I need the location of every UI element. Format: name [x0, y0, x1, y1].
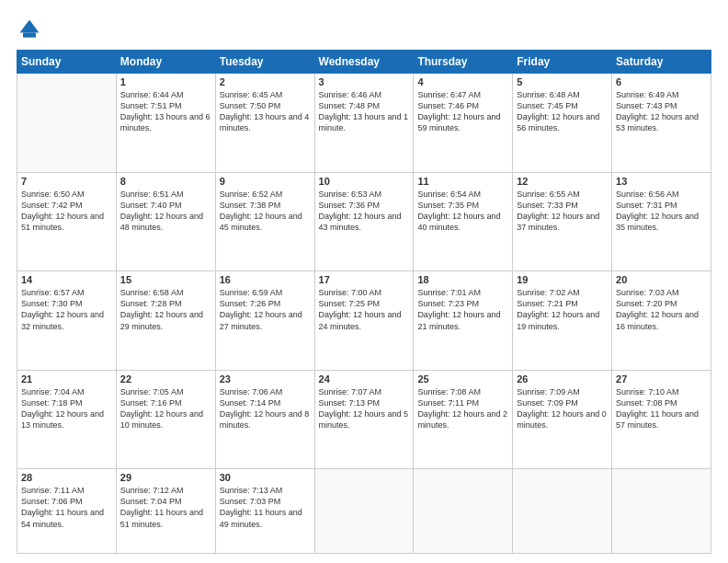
cell-1-4: 11Sunrise: 6:54 AMSunset: 7:35 PMDayligh…: [414, 172, 513, 271]
cell-info: Sunrise: 7:07 AMSunset: 7:13 PMDaylight:…: [319, 386, 410, 431]
svg-marker-0: [20, 20, 40, 33]
cell-2-5: 19Sunrise: 7:02 AMSunset: 7:21 PMDayligh…: [513, 271, 612, 371]
day-number: 8: [120, 176, 211, 187]
cell-1-3: 10Sunrise: 6:53 AMSunset: 7:36 PMDayligh…: [314, 172, 414, 271]
day-number: 30: [220, 472, 311, 483]
day-number: 24: [319, 373, 410, 385]
weekday-sunday: Sunday: [17, 51, 117, 74]
logo-icon: [17, 17, 42, 42]
page: SundayMondayTuesdayWednesdayThursdayFrid…: [0, 0, 728, 563]
cell-0-2: 2Sunrise: 6:45 AMSunset: 7:50 PMDaylight…: [215, 74, 314, 173]
cell-2-0: 14Sunrise: 6:57 AMSunset: 7:30 PMDayligh…: [17, 271, 117, 371]
day-number: 16: [220, 274, 311, 285]
day-number: 21: [21, 373, 112, 385]
day-number: 5: [517, 76, 608, 87]
day-number: 20: [616, 274, 707, 285]
cell-3-5: 26Sunrise: 7:09 AMSunset: 7:09 PMDayligh…: [513, 370, 612, 469]
day-number: 19: [517, 274, 608, 285]
cell-1-2: 9Sunrise: 6:52 AMSunset: 7:38 PMDaylight…: [215, 172, 314, 271]
cell-info: Sunrise: 7:09 AMSunset: 7:09 PMDaylight:…: [517, 386, 608, 431]
cell-info: Sunrise: 6:57 AMSunset: 7:30 PMDaylight:…: [21, 287, 112, 332]
weekday-friday: Friday: [513, 51, 612, 74]
header: [17, 17, 711, 42]
weekday-tuesday: Tuesday: [215, 51, 314, 74]
week-row-1: 1Sunrise: 6:44 AMSunset: 7:51 PMDaylight…: [17, 74, 711, 173]
week-row-3: 14Sunrise: 6:57 AMSunset: 7:30 PMDayligh…: [17, 271, 711, 371]
cell-2-2: 16Sunrise: 6:59 AMSunset: 7:26 PMDayligh…: [215, 271, 314, 371]
logo: [17, 17, 46, 42]
cell-info: Sunrise: 7:08 AMSunset: 7:11 PMDaylight:…: [417, 386, 508, 431]
cell-info: Sunrise: 7:05 AMSunset: 7:16 PMDaylight:…: [120, 386, 211, 431]
cell-info: Sunrise: 7:06 AMSunset: 7:14 PMDaylight:…: [220, 386, 311, 431]
cell-info: Sunrise: 6:49 AMSunset: 7:43 PMDaylight:…: [616, 89, 707, 134]
cell-info: Sunrise: 7:03 AMSunset: 7:20 PMDaylight:…: [616, 287, 707, 332]
day-number: 6: [616, 76, 707, 87]
cell-info: Sunrise: 7:01 AMSunset: 7:23 PMDaylight:…: [417, 287, 508, 332]
day-number: 12: [517, 176, 608, 187]
cell-info: Sunrise: 6:48 AMSunset: 7:45 PMDaylight:…: [517, 89, 608, 134]
cell-0-6: 6Sunrise: 6:49 AMSunset: 7:43 PMDaylight…: [612, 74, 711, 173]
weekday-saturday: Saturday: [612, 51, 711, 74]
cell-info: Sunrise: 7:00 AMSunset: 7:25 PMDaylight:…: [319, 287, 410, 332]
day-number: 14: [21, 274, 112, 285]
cell-0-5: 5Sunrise: 6:48 AMSunset: 7:45 PMDaylight…: [513, 74, 612, 173]
day-number: 13: [616, 176, 707, 187]
week-row-2: 7Sunrise: 6:50 AMSunset: 7:42 PMDaylight…: [17, 172, 711, 271]
cell-info: Sunrise: 6:59 AMSunset: 7:26 PMDaylight:…: [220, 287, 311, 332]
day-number: 4: [417, 76, 508, 87]
cell-4-1: 29Sunrise: 7:12 AMSunset: 7:04 PMDayligh…: [116, 469, 215, 554]
cell-1-5: 12Sunrise: 6:55 AMSunset: 7:33 PMDayligh…: [513, 172, 612, 271]
day-number: 11: [417, 176, 508, 187]
week-row-4: 21Sunrise: 7:04 AMSunset: 7:18 PMDayligh…: [17, 370, 711, 469]
cell-3-4: 25Sunrise: 7:08 AMSunset: 7:11 PMDayligh…: [414, 370, 513, 469]
day-number: 22: [120, 373, 211, 385]
day-number: 26: [517, 373, 608, 385]
cell-4-4: [414, 469, 513, 554]
cell-1-1: 8Sunrise: 6:51 AMSunset: 7:40 PMDaylight…: [116, 172, 215, 271]
weekday-monday: Monday: [116, 51, 215, 74]
cell-4-5: [513, 469, 612, 554]
cell-info: Sunrise: 6:53 AMSunset: 7:36 PMDaylight:…: [319, 189, 410, 234]
cell-info: Sunrise: 6:47 AMSunset: 7:46 PMDaylight:…: [417, 89, 508, 134]
cell-info: Sunrise: 6:45 AMSunset: 7:50 PMDaylight:…: [220, 89, 311, 134]
cell-2-3: 17Sunrise: 7:00 AMSunset: 7:25 PMDayligh…: [314, 271, 414, 371]
calendar-table: SundayMondayTuesdayWednesdayThursdayFrid…: [17, 50, 711, 554]
cell-3-3: 24Sunrise: 7:07 AMSunset: 7:13 PMDayligh…: [314, 370, 414, 469]
cell-4-0: 28Sunrise: 7:11 AMSunset: 7:06 PMDayligh…: [17, 469, 117, 554]
cell-info: Sunrise: 7:12 AMSunset: 7:04 PMDaylight:…: [120, 485, 211, 530]
cell-info: Sunrise: 6:56 AMSunset: 7:31 PMDaylight:…: [616, 189, 707, 234]
cell-4-6: [612, 469, 711, 554]
cell-info: Sunrise: 6:51 AMSunset: 7:40 PMDaylight:…: [120, 189, 211, 234]
day-number: 29: [120, 472, 211, 483]
cell-3-0: 21Sunrise: 7:04 AMSunset: 7:18 PMDayligh…: [17, 370, 117, 469]
day-number: 25: [417, 373, 508, 385]
weekday-wednesday: Wednesday: [314, 51, 414, 74]
svg-rect-1: [23, 33, 36, 38]
day-number: 27: [616, 373, 707, 385]
cell-info: Sunrise: 6:46 AMSunset: 7:48 PMDaylight:…: [319, 89, 410, 134]
week-row-5: 28Sunrise: 7:11 AMSunset: 7:06 PMDayligh…: [17, 469, 711, 554]
day-number: 3: [319, 76, 410, 87]
cell-1-0: 7Sunrise: 6:50 AMSunset: 7:42 PMDaylight…: [17, 172, 117, 271]
weekday-thursday: Thursday: [414, 51, 513, 74]
cell-3-6: 27Sunrise: 7:10 AMSunset: 7:08 PMDayligh…: [612, 370, 711, 469]
cell-info: Sunrise: 7:02 AMSunset: 7:21 PMDaylight:…: [517, 287, 608, 332]
cell-2-1: 15Sunrise: 6:58 AMSunset: 7:28 PMDayligh…: [116, 271, 215, 371]
cell-info: Sunrise: 6:54 AMSunset: 7:35 PMDaylight:…: [417, 189, 508, 234]
cell-2-6: 20Sunrise: 7:03 AMSunset: 7:20 PMDayligh…: [612, 271, 711, 371]
cell-0-3: 3Sunrise: 6:46 AMSunset: 7:48 PMDaylight…: [314, 74, 414, 173]
cell-info: Sunrise: 7:10 AMSunset: 7:08 PMDaylight:…: [616, 386, 707, 431]
day-number: 15: [120, 274, 211, 285]
cell-info: Sunrise: 7:04 AMSunset: 7:18 PMDaylight:…: [21, 386, 112, 431]
cell-4-3: [314, 469, 414, 554]
cell-info: Sunrise: 7:11 AMSunset: 7:06 PMDaylight:…: [21, 485, 112, 530]
day-number: 23: [220, 373, 311, 385]
day-number: 18: [417, 274, 508, 285]
cell-0-1: 1Sunrise: 6:44 AMSunset: 7:51 PMDaylight…: [116, 74, 215, 173]
cell-info: Sunrise: 6:55 AMSunset: 7:33 PMDaylight:…: [517, 189, 608, 234]
day-number: 1: [120, 76, 211, 87]
day-number: 9: [220, 176, 311, 187]
cell-1-6: 13Sunrise: 6:56 AMSunset: 7:31 PMDayligh…: [612, 172, 711, 271]
cell-3-1: 22Sunrise: 7:05 AMSunset: 7:16 PMDayligh…: [116, 370, 215, 469]
day-number: 10: [319, 176, 410, 187]
